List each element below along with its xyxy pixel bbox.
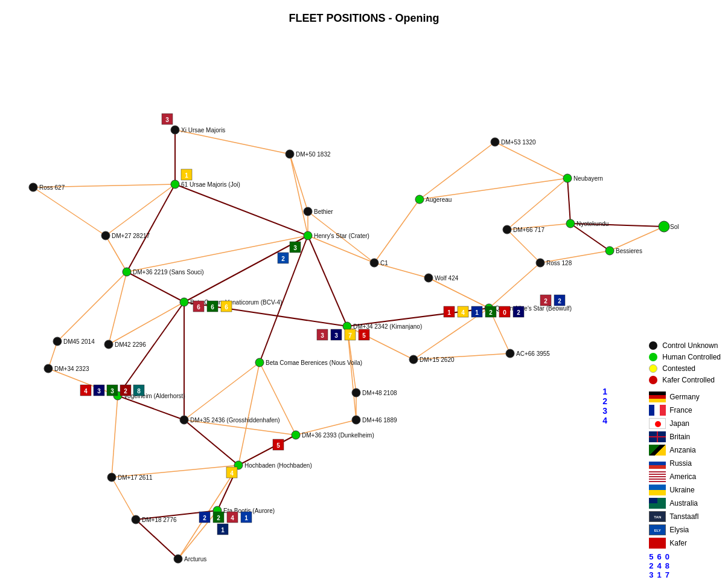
svg-text:DM42 2296: DM42 2296 bbox=[115, 341, 146, 348]
svg-point-70 bbox=[101, 231, 110, 240]
japan-label: Japan bbox=[669, 419, 689, 428]
svg-text:3: 3 bbox=[334, 332, 338, 339]
svg-point-94 bbox=[424, 274, 433, 282]
number-legend: 5 6 0 bbox=[649, 552, 721, 561]
control-unknown-icon bbox=[649, 341, 657, 350]
svg-point-80 bbox=[104, 340, 113, 349]
num-1b: 1 bbox=[657, 570, 662, 579]
svg-line-29 bbox=[489, 263, 540, 308]
svg-text:2: 2 bbox=[203, 515, 206, 521]
svg-text:5: 5 bbox=[362, 332, 366, 339]
num-7: 7 bbox=[665, 570, 669, 579]
svg-line-2 bbox=[106, 236, 127, 272]
svg-line-32 bbox=[347, 326, 413, 359]
legend-contested: Contested bbox=[649, 364, 721, 373]
svg-text:3: 3 bbox=[321, 332, 324, 339]
svg-text:Ross 128: Ross 128 bbox=[546, 260, 572, 266]
svg-point-106 bbox=[352, 388, 360, 397]
svg-text:1: 1 bbox=[475, 309, 479, 316]
svg-text:2: 2 bbox=[124, 388, 127, 395]
svg-text:Wolf 424: Wolf 424 bbox=[435, 275, 459, 282]
svg-line-27 bbox=[610, 227, 664, 251]
human-controlled-label: Human Controlled bbox=[662, 353, 721, 361]
svg-line-63 bbox=[136, 520, 178, 559]
fleet-num-3: 3 bbox=[602, 406, 607, 416]
japan-flag bbox=[649, 418, 666, 429]
svg-line-43 bbox=[112, 477, 136, 520]
num-8: 8 bbox=[665, 561, 669, 570]
svg-line-5 bbox=[57, 272, 127, 341]
svg-point-78 bbox=[53, 337, 62, 346]
svg-point-68 bbox=[29, 183, 37, 192]
svg-line-22 bbox=[495, 142, 567, 178]
svg-line-28 bbox=[429, 278, 489, 308]
svg-text:DM+34 2342 (Kimanjano): DM+34 2342 (Kimanjano) bbox=[353, 323, 422, 330]
svg-text:2: 2 bbox=[517, 309, 520, 316]
svg-text:DM+27 28217: DM+27 28217 bbox=[112, 233, 150, 239]
svg-line-58 bbox=[184, 420, 238, 465]
svg-text:4: 4 bbox=[461, 309, 465, 316]
legend-kafer: Kafer bbox=[649, 538, 721, 549]
svg-point-92 bbox=[370, 259, 378, 267]
svg-text:4: 4 bbox=[231, 515, 234, 521]
svg-point-76 bbox=[171, 180, 179, 188]
svg-text:61 Ursae Majoris (Joi): 61 Ursae Majoris (Joi) bbox=[181, 181, 240, 188]
russia-label: Russia bbox=[669, 459, 692, 468]
tanstaafl-flag: TAN bbox=[649, 511, 666, 522]
legend-human-controlled: Human Controlled bbox=[649, 353, 721, 361]
svg-point-114 bbox=[107, 473, 116, 482]
svg-line-37 bbox=[184, 362, 260, 420]
svg-line-6 bbox=[109, 272, 127, 344]
svg-point-108 bbox=[352, 416, 360, 424]
legend-america: America bbox=[649, 471, 721, 482]
kafer-controlled-label: Kafer Controlled bbox=[662, 376, 715, 384]
svg-text:Xi Ursae Majoris: Xi Ursae Majoris bbox=[181, 127, 225, 134]
svg-point-84 bbox=[180, 298, 188, 306]
num-2b: 2 bbox=[649, 561, 653, 570]
france-flag bbox=[649, 405, 666, 416]
svg-line-20 bbox=[420, 142, 495, 199]
number-legend2: 2 4 8 bbox=[649, 561, 721, 570]
num-6: 6 bbox=[657, 552, 662, 561]
tanstaafl-label: Tanstaafl bbox=[669, 512, 698, 521]
svg-text:DM45 2014: DM45 2014 bbox=[63, 338, 95, 345]
legend-control-unknown: Control Unknown bbox=[649, 341, 721, 350]
svg-text:2: 2 bbox=[544, 298, 548, 304]
svg-line-11 bbox=[175, 130, 290, 154]
svg-text:1: 1 bbox=[447, 309, 451, 316]
svg-text:3: 3 bbox=[110, 388, 114, 395]
svg-text:1: 1 bbox=[185, 172, 188, 179]
map-canvas: Ross 627DM+27 28217DM+36 2219 (Sans Souc… bbox=[0, 0, 728, 580]
svg-line-54 bbox=[118, 302, 184, 396]
legend-ukraine: Ukraine bbox=[649, 485, 721, 495]
number-legend3: 3 1 7 bbox=[649, 570, 721, 579]
svg-text:DM+17 2611: DM+17 2611 bbox=[118, 474, 153, 481]
svg-text:DM+18 2776: DM+18 2776 bbox=[142, 517, 177, 523]
svg-text:2: 2 bbox=[558, 298, 561, 304]
legend-elysia: ELY Elysia bbox=[649, 524, 721, 535]
svg-point-134 bbox=[605, 246, 614, 255]
russia-flag bbox=[649, 458, 666, 469]
svg-text:1: 1 bbox=[221, 527, 225, 533]
svg-text:Beta Comae Berenices (Nous Voi: Beta Comae Berenices (Nous Voila) bbox=[266, 359, 362, 366]
svg-point-122 bbox=[415, 195, 424, 204]
contested-icon bbox=[649, 364, 657, 373]
elysia-flag: ELY bbox=[649, 524, 666, 535]
svg-text:2: 2 bbox=[217, 515, 220, 521]
svg-text:DM+46 1889: DM+46 1889 bbox=[362, 417, 397, 424]
britain-label: Britain bbox=[669, 433, 690, 441]
svg-text:Nyotekundu: Nyotekundu bbox=[576, 221, 608, 227]
svg-text:C1: C1 bbox=[380, 260, 388, 266]
svg-text:Bessieres: Bessieres bbox=[616, 248, 642, 254]
legend-france: France bbox=[649, 405, 721, 416]
svg-text:3: 3 bbox=[165, 117, 169, 123]
svg-text:Neubayern: Neubayern bbox=[573, 175, 603, 182]
france-label: France bbox=[669, 406, 692, 414]
anzania-label: Anzania bbox=[669, 446, 695, 454]
svg-point-104 bbox=[180, 416, 188, 424]
svg-point-96 bbox=[255, 358, 264, 367]
svg-text:Vogelheim (Alderhorst): Vogelheim (Alderhorst) bbox=[124, 393, 185, 399]
svg-text:DM+48 2108: DM+48 2108 bbox=[362, 390, 397, 396]
fleet-number-legend: 1 2 3 4 bbox=[602, 387, 607, 425]
svg-text:Augereau: Augereau bbox=[426, 196, 452, 203]
